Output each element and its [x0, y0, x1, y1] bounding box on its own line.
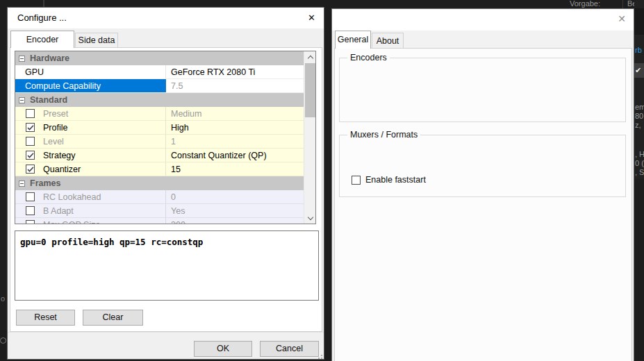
reset-button[interactable]: Reset: [16, 310, 75, 326]
checkbox-checked[interactable]: [26, 123, 35, 132]
property-value-cell[interactable]: Medium: [166, 107, 304, 120]
close-icon[interactable]: ✕: [618, 13, 626, 24]
grid-property-row[interactable]: PresetMedium: [15, 107, 304, 121]
property-label-cell[interactable]: Quantizer: [15, 162, 166, 176]
faststart-checkbox[interactable]: [352, 176, 361, 185]
property-value-cell[interactable]: 7.5: [166, 79, 304, 92]
property-label-cell[interactable]: Preset: [15, 107, 166, 120]
property-grid-rows: HardwareGPUGeForce RTX 2080 TiCompute Ca…: [15, 51, 304, 224]
scrollbar-thumb[interactable]: [305, 63, 315, 117]
checkbox-unchecked[interactable]: [26, 109, 35, 118]
command-line-box[interactable]: gpu=0 profile=high qp=15 rc=constqp: [15, 230, 319, 301]
property-label: Profile: [43, 123, 67, 133]
checkmark-icon: ✔: [634, 63, 644, 78]
groupbox-label: Encoders: [347, 53, 390, 62]
configure-dialog: Configure ... ✕ Encoder options Side dat…: [7, 7, 324, 360]
collapse-icon[interactable]: [19, 97, 25, 103]
taskbar-divider: [622, 0, 623, 8]
grid-property-row[interactable]: GPUGeForce RTX 2080 Ti: [15, 65, 304, 79]
collapse-icon[interactable]: [19, 180, 25, 187]
tab-encoder-options[interactable]: Encoder options: [10, 31, 74, 48]
background-shade: [634, 179, 644, 361]
property-label-cell[interactable]: Max GOP Size: [15, 218, 166, 224]
grid-property-row[interactable]: Compute Capability7.5: [15, 79, 304, 93]
tab-side-data[interactable]: Side data: [75, 33, 118, 48]
property-label-cell[interactable]: Level: [15, 135, 166, 148]
dialog-footer: OK Cancel: [8, 332, 324, 360]
checkbox-unchecked[interactable]: [26, 220, 35, 224]
configure-dialog-titlebar[interactable]: Configure ... ✕: [8, 8, 324, 28]
background-text-fragment: , H: [635, 150, 644, 158]
property-grid: HardwareGPUGeForce RTX 2080 TiCompute Ca…: [15, 51, 316, 224]
property-label: Strategy: [43, 151, 76, 160]
checkbox-unchecked[interactable]: [26, 206, 35, 215]
background-text-fragment: 0 (: [635, 159, 644, 167]
property-label-cell[interactable]: Profile: [15, 121, 166, 134]
property-label: Preset: [43, 109, 68, 119]
property-label-cell[interactable]: RC Lookahead: [15, 190, 166, 203]
background-text-fragment: 80: [635, 112, 643, 120]
encoder-dialog-titlebar[interactable]: ✕: [332, 9, 634, 31]
collapse-icon[interactable]: [19, 56, 25, 62]
section-label: Frames: [30, 178, 60, 188]
background-shade: [634, 8, 644, 35]
property-label: Max GOP Size: [43, 220, 100, 224]
property-value-cell[interactable]: 1: [166, 135, 304, 148]
property-label-cell[interactable]: Strategy: [15, 149, 166, 162]
property-label-cell[interactable]: Compute Capability: [15, 79, 166, 92]
checkbox-unchecked[interactable]: [26, 137, 35, 146]
property-value-cell[interactable]: Constant Quantizer (QP): [166, 149, 304, 162]
scroll-down-icon[interactable]: [304, 212, 316, 224]
background-link-fragment: rb: [635, 46, 642, 54]
property-value-cell[interactable]: 0: [166, 190, 304, 203]
section-label: Hardware: [30, 53, 69, 63]
clear-button[interactable]: Clear: [83, 310, 143, 326]
scroll-up-icon[interactable]: [304, 51, 316, 62]
grid-section-row[interactable]: Standard: [15, 93, 304, 107]
property-label: Level: [43, 137, 64, 146]
property-label: Compute Capability: [25, 81, 101, 91]
groupbox-label: Muxers / Formats: [347, 130, 420, 140]
background-text-fragment: z,: [635, 121, 641, 129]
background-text-fragment: em: [635, 103, 644, 111]
property-label: GPU: [25, 67, 44, 77]
checkbox-checked[interactable]: [26, 165, 35, 174]
property-value-cell[interactable]: Yes: [166, 204, 304, 217]
grid-property-row[interactable]: Level1: [15, 135, 304, 149]
background-text-fragment: , S: [635, 168, 644, 176]
property-label: B Adapt: [43, 206, 74, 216]
background-fragment-icon: o: [1, 294, 5, 303]
enable-faststart-row[interactable]: Enable faststart: [352, 174, 426, 185]
property-value-cell[interactable]: 300: [166, 218, 304, 224]
grid-section-row[interactable]: Frames: [15, 176, 304, 190]
background-label-vorgabe: Vorgabe:: [570, 0, 600, 8]
muxers-groupbox: Muxers / Formats: [339, 135, 626, 197]
faststart-label: Enable faststart: [365, 175, 426, 185]
property-value-cell[interactable]: High: [166, 121, 304, 134]
property-value-cell[interactable]: GeForce RTX 2080 Ti: [166, 65, 304, 78]
grid-property-row[interactable]: Max GOP Size300: [15, 218, 304, 224]
property-value-cell[interactable]: 15: [166, 162, 304, 176]
grid-section-row[interactable]: Hardware: [15, 51, 304, 65]
vertical-scrollbar[interactable]: [304, 51, 315, 224]
tab-about[interactable]: About: [372, 33, 404, 49]
grid-property-row[interactable]: ProfileHigh: [15, 121, 304, 135]
property-label-cell[interactable]: GPU: [15, 65, 166, 78]
property-label-cell[interactable]: B Adapt: [15, 204, 166, 217]
ok-button[interactable]: OK: [194, 341, 252, 357]
grid-property-row[interactable]: RC Lookahead0: [15, 190, 304, 204]
resize-grip[interactable]: [315, 352, 322, 359]
background-fragment-icon: [0, 337, 6, 344]
command-line-text: gpu=0 profile=high qp=15 rc=constqp: [20, 237, 203, 247]
checkbox-unchecked[interactable]: [26, 192, 35, 201]
encoders-groupbox: Encoders: [339, 58, 626, 122]
grid-property-row[interactable]: Quantizer15: [15, 162, 304, 176]
checkbox-checked[interactable]: [26, 151, 35, 160]
grid-property-row[interactable]: StrategyConstant Quantizer (QP): [15, 149, 304, 162]
background-left-strip: o: [0, 0, 7, 361]
close-icon[interactable]: ✕: [308, 12, 315, 23]
dialog-title: Configure ...: [17, 8, 67, 28]
grid-property-row[interactable]: B AdaptYes: [15, 204, 304, 218]
cancel-button[interactable]: Cancel: [260, 341, 319, 357]
tab-general[interactable]: General: [335, 31, 371, 49]
